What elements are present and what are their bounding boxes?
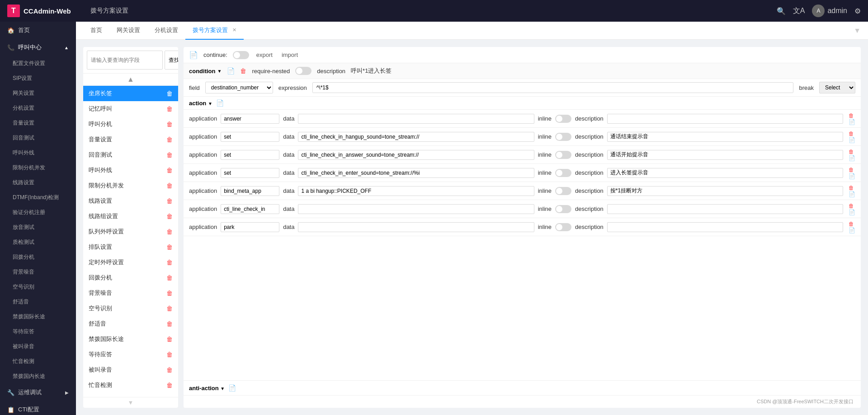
sidebar-sub-echotest[interactable]: 回音测试: [0, 131, 76, 145]
list-item-16[interactable]: 禁拨国际长途 🗑: [83, 331, 178, 347]
list-item-7[interactable]: 线路设置 🗑: [83, 193, 178, 209]
desc-input-3[interactable]: [607, 168, 843, 178]
sidebar-sub-nullnum[interactable]: 空号识别: [0, 280, 76, 294]
search-button[interactable]: 查找: [165, 51, 178, 70]
app-input-2[interactable]: [221, 150, 279, 160]
delete-icon-2[interactable]: 🗑: [166, 121, 173, 128]
delete-icon-1[interactable]: 🗑: [166, 105, 173, 112]
search-icon[interactable]: 🔍: [777, 7, 786, 15]
list-item-11[interactable]: 定时外呼设置 🗑: [83, 255, 178, 270]
row-copy-4[interactable]: 📄: [849, 191, 855, 197]
condition-delete-icon[interactable]: 🗑: [240, 67, 246, 75]
desc-input-2[interactable]: [607, 150, 843, 160]
desc-input-0[interactable]: [607, 114, 843, 124]
desc-input-1[interactable]: [607, 132, 843, 142]
data-input-1[interactable]: [298, 132, 534, 142]
delete-icon-15[interactable]: 🗑: [166, 320, 173, 327]
data-input-6[interactable]: [298, 222, 534, 232]
inline-toggle-0[interactable]: [555, 115, 571, 123]
delete-icon-7[interactable]: 🗑: [166, 197, 173, 205]
row-copy-1[interactable]: 📄: [849, 137, 855, 143]
inline-toggle-1[interactable]: [555, 133, 571, 141]
list-item-8[interactable]: 线路组设置 🗑: [83, 209, 178, 224]
list-item-13[interactable]: 背景噪音 🗑: [83, 285, 178, 301]
sidebar-sub-verify[interactable]: 验证分机注册: [0, 205, 76, 220]
delete-icon-12[interactable]: 🗑: [166, 274, 173, 281]
data-input-0[interactable]: [298, 114, 534, 124]
sidebar-sub-calledrecord[interactable]: 被叫录音: [0, 339, 76, 354]
list-item-2[interactable]: 呼叫分机 🗑: [83, 117, 178, 132]
row-copy-6[interactable]: 📄: [849, 228, 855, 233]
tab-gateway[interactable]: 网关设置: [109, 22, 147, 40]
sidebar-item-cti[interactable]: 📋 CTI配置: [0, 401, 76, 415]
sidebar-sub-extension[interactable]: 分机设置: [0, 101, 76, 116]
sidebar-sub-sip[interactable]: SIP设置: [0, 71, 76, 86]
sidebar-sub-callback[interactable]: 回拨分机: [0, 250, 76, 265]
delete-icon-17[interactable]: 🗑: [166, 351, 173, 358]
sidebar-item-callcenter[interactable]: 📞 呼叫中心 ▲: [0, 39, 76, 56]
sidebar-sub-comfort[interactable]: 舒适音: [0, 294, 76, 309]
inline-toggle-6[interactable]: [555, 223, 571, 231]
list-item-6[interactable]: 限制分机并发 🗑: [83, 178, 178, 193]
sidebar-item-ops[interactable]: 🔧 运维调试 ▶: [0, 384, 76, 401]
delete-icon-18[interactable]: 🗑: [166, 366, 173, 373]
import-button[interactable]: import: [280, 51, 300, 59]
settings-icon[interactable]: ⚙: [854, 7, 861, 15]
row-delete-3[interactable]: 🗑: [849, 167, 855, 173]
condition-label[interactable]: condition ▼: [189, 68, 222, 75]
field-select[interactable]: destination_number: [205, 82, 273, 93]
list-item-3[interactable]: 音量设置 🗑: [83, 132, 178, 147]
list-item-10[interactable]: 排队设置 🗑: [83, 239, 178, 255]
row-delete-2[interactable]: 🗑: [849, 149, 855, 154]
sidebar-sub-line[interactable]: 线路设置: [0, 175, 76, 190]
delete-icon-3[interactable]: 🗑: [166, 136, 173, 143]
delete-icon-5[interactable]: 🗑: [166, 167, 173, 174]
list-item-15[interactable]: 舒适音 🗑: [83, 316, 178, 331]
sidebar-sub-gateway[interactable]: 网关设置: [0, 86, 76, 101]
inline-toggle-2[interactable]: [555, 151, 571, 159]
data-input-5[interactable]: [298, 204, 534, 214]
data-input-3[interactable]: [298, 168, 534, 178]
delete-icon-11[interactable]: 🗑: [166, 259, 173, 266]
desc-input-4[interactable]: [607, 186, 843, 196]
app-input-1[interactable]: [221, 132, 279, 142]
sidebar-sub-limitext[interactable]: 限制分机并发: [0, 160, 76, 175]
sidebar-sub-qctest[interactable]: 质检测试: [0, 235, 76, 250]
sidebar-sub-config[interactable]: 配置文件设置: [0, 56, 76, 71]
row-delete-6[interactable]: 🗑: [849, 221, 855, 227]
collapse-toggle[interactable]: ▲: [83, 74, 178, 86]
break-select[interactable]: Select: [819, 82, 855, 93]
delete-icon-8[interactable]: 🗑: [166, 213, 173, 220]
row-delete-0[interactable]: 🗑: [849, 113, 855, 118]
sidebar-item-home[interactable]: 🏠 首页: [0, 22, 76, 39]
tab-close-icon[interactable]: ✕: [232, 27, 236, 33]
action-label[interactable]: action ▼: [189, 100, 212, 107]
delete-icon-14[interactable]: 🗑: [166, 305, 173, 312]
row-delete-1[interactable]: 🗑: [849, 131, 855, 136]
row-copy-3[interactable]: 📄: [849, 173, 855, 179]
delete-icon-4[interactable]: 🗑: [166, 151, 173, 159]
list-item-1[interactable]: 记忆呼叫 🗑: [83, 101, 178, 117]
require-nested-toggle[interactable]: [295, 67, 311, 75]
inline-toggle-4[interactable]: [555, 187, 571, 195]
tab-expand-icon[interactable]: ▼: [854, 27, 861, 35]
delete-icon-6[interactable]: 🗑: [166, 182, 173, 189]
search-input[interactable]: [87, 51, 163, 70]
app-input-4[interactable]: [221, 186, 279, 196]
list-item-14[interactable]: 空号识别 🗑: [83, 301, 178, 316]
expression-input[interactable]: [312, 82, 794, 93]
list-item-0[interactable]: 坐席长签 🗑: [83, 86, 178, 101]
translate-icon[interactable]: 文A: [793, 6, 805, 16]
inline-toggle-5[interactable]: [555, 205, 571, 213]
sidebar-sub-playtest[interactable]: 放音测试: [0, 220, 76, 235]
list-item-19[interactable]: 忙音检测 🗑: [83, 378, 178, 393]
sidebar-sub-bgnoise[interactable]: 背景噪音: [0, 265, 76, 280]
row-copy-2[interactable]: 📄: [849, 155, 855, 161]
action-add-icon[interactable]: 📄: [216, 99, 224, 107]
anti-action-label[interactable]: anti-action ▼: [189, 385, 225, 392]
delete-icon-13[interactable]: 🗑: [166, 289, 173, 297]
data-input-4[interactable]: [298, 186, 534, 196]
sidebar-sub-waitanswer[interactable]: 等待应答: [0, 324, 76, 339]
row-copy-0[interactable]: 📄: [849, 119, 855, 125]
app-input-3[interactable]: [221, 168, 279, 178]
